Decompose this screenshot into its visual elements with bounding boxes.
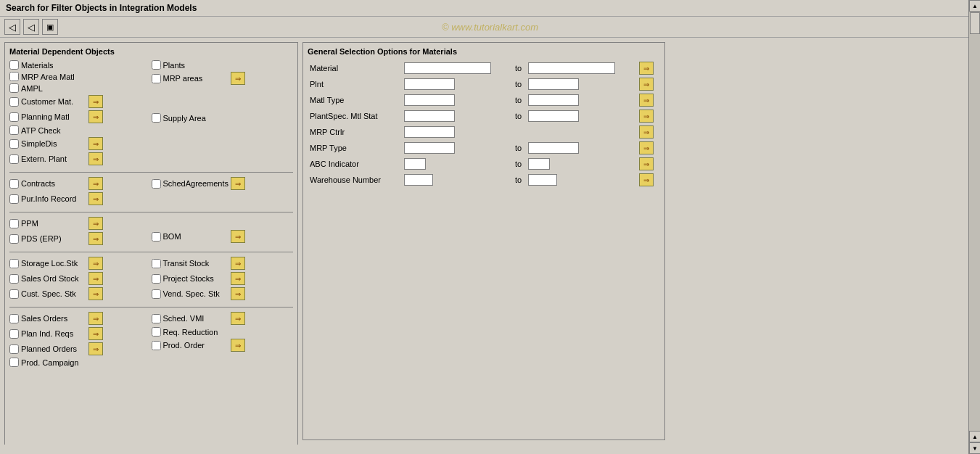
mrp-ctrlr-arrow-btn[interactable]: ⇒ <box>639 125 654 139</box>
customer-mat-checkbox[interactable] <box>9 97 19 107</box>
materials-checkbox[interactable] <box>9 60 19 70</box>
checkbox-storage-loc-stk: Storage Loc.Stk ⇒ <box>9 257 152 270</box>
abc-indicator-to-input[interactable] <box>528 158 550 170</box>
simpledis-arrow[interactable]: ⇒ <box>88 137 103 150</box>
matl-type-arrow-btn[interactable]: ⇒ <box>639 94 654 107</box>
atp-check-checkbox[interactable] <box>9 125 19 135</box>
warehouse-number-arrow-btn[interactable]: ⇒ <box>639 173 654 186</box>
checkbox-sched-vmi: Sched. VMI ⇒ <box>152 312 294 325</box>
abc-indicator-from-cell <box>402 156 513 172</box>
transit-stock-arrow[interactable]: ⇒ <box>231 257 245 270</box>
mrp-type-to-input[interactable] <box>528 142 579 154</box>
scroll-up-button[interactable]: ▲ <box>969 0 980 12</box>
warehouse-number-to-input[interactable] <box>528 174 557 186</box>
pds-erp-arrow[interactable]: ⇒ <box>88 232 103 245</box>
pds-erp-checkbox[interactable] <box>9 234 19 244</box>
scroll-track[interactable] <box>969 12 980 431</box>
project-stocks-checkbox[interactable] <box>152 274 161 284</box>
save-button[interactable]: ▣ <box>42 19 58 35</box>
plantspec-mtl-stat-to-input[interactable] <box>528 110 579 122</box>
req-reduction-checkbox[interactable] <box>152 327 161 337</box>
plantspec-mtl-stat-arrow-cell: ⇒ <box>637 108 660 124</box>
mrp-area-matl-checkbox[interactable] <box>9 72 19 81</box>
sales-orders-arrow[interactable]: ⇒ <box>88 312 103 325</box>
contracts-arrow[interactable]: ⇒ <box>88 177 103 190</box>
extern-plant-checkbox[interactable] <box>9 154 19 164</box>
mrp-areas-checkbox[interactable] <box>152 74 161 83</box>
project-stocks-arrow[interactable]: ⇒ <box>231 272 245 285</box>
planning-matl-arrow[interactable]: ⇒ <box>88 110 103 123</box>
mrp-ctrlr-label: MRP Ctrlr <box>308 124 402 140</box>
warehouse-number-from-input[interactable] <box>404 174 433 186</box>
storage-loc-stk-arrow[interactable]: ⇒ <box>88 257 103 270</box>
plan-ind-reqs-checkbox[interactable] <box>9 329 19 339</box>
mrp-type-arrow-btn[interactable]: ⇒ <box>639 141 654 154</box>
vend-spec-stk-arrow[interactable]: ⇒ <box>231 287 245 300</box>
prod-order-arrow[interactable]: ⇒ <box>231 339 245 352</box>
extern-plant-arrow[interactable]: ⇒ <box>88 152 103 165</box>
material-from-input[interactable] <box>404 62 491 74</box>
mrp-ctrlr-from-input[interactable] <box>404 126 455 138</box>
matl-type-from-input[interactable] <box>404 94 455 106</box>
scroll-thumb[interactable] <box>970 12 980 34</box>
sched-agreements-arrow[interactable]: ⇒ <box>231 177 245 190</box>
material-arrow-btn[interactable]: ⇒ <box>639 62 654 75</box>
material-to-cell <box>526 60 637 76</box>
plants-checkbox[interactable] <box>152 60 161 70</box>
contracts-checkbox[interactable] <box>9 179 19 189</box>
ppm-checkbox[interactable] <box>9 219 19 228</box>
gso-table: Material to ⇒ Plnt <box>308 60 660 188</box>
cust-spec-stk-arrow[interactable]: ⇒ <box>88 287 103 300</box>
planned-orders-arrow[interactable]: ⇒ <box>88 342 103 355</box>
scroll-down-button-top[interactable]: ▲ <box>969 431 980 442</box>
back-button[interactable]: ◁ <box>4 19 20 35</box>
scrollbar[interactable]: ▲ ▲ ▼ <box>968 0 980 454</box>
plan-ind-reqs-arrow[interactable]: ⇒ <box>88 327 103 340</box>
pur-info-record-arrow[interactable]: ⇒ <box>88 192 103 205</box>
planned-orders-checkbox[interactable] <box>9 344 19 354</box>
planning-matl-checkbox[interactable] <box>9 112 19 122</box>
plnt-to-input[interactable] <box>528 78 579 90</box>
bom-checkbox[interactable] <box>152 232 161 242</box>
sched-agreements-checkbox[interactable] <box>152 179 161 189</box>
mrp-type-to-label: to <box>513 140 526 156</box>
vend-spec-stk-checkbox[interactable] <box>152 289 161 299</box>
prod-order-checkbox[interactable] <box>152 341 161 350</box>
sales-orders-checkbox[interactable] <box>9 314 19 323</box>
forward-button[interactable]: ◁ <box>23 19 39 35</box>
sched-vmi-arrow[interactable]: ⇒ <box>231 312 245 325</box>
matl-type-to-input[interactable] <box>528 94 579 106</box>
supply-area-checkbox[interactable] <box>152 113 161 123</box>
cust-spec-stk-checkbox[interactable] <box>9 289 19 299</box>
prod-campaign-checkbox[interactable] <box>9 358 19 367</box>
abc-indicator-arrow-btn[interactable]: ⇒ <box>639 157 654 170</box>
abc-indicator-arrow-cell: ⇒ <box>637 156 660 172</box>
plnt-from-input[interactable] <box>404 78 455 90</box>
abc-indicator-from-input[interactable] <box>404 158 426 170</box>
ampl-checkbox[interactable] <box>9 83 19 93</box>
scroll-down-button[interactable]: ▼ <box>969 442 980 454</box>
plantspec-mtl-stat-arrow-btn[interactable]: ⇒ <box>639 110 654 123</box>
bom-arrow[interactable]: ⇒ <box>231 230 245 243</box>
storage-loc-stk-checkbox[interactable] <box>9 259 19 268</box>
pur-info-record-checkbox[interactable] <box>9 194 19 204</box>
mrp-type-from-input[interactable] <box>404 142 455 154</box>
checkbox-prod-campaign: Prod. Campaign <box>9 358 152 367</box>
plantspec-mtl-stat-from-input[interactable] <box>404 110 455 122</box>
material-to-input[interactable] <box>528 62 615 74</box>
checkbox-plants: Plants <box>152 60 294 70</box>
sched-vmi-checkbox[interactable] <box>152 314 161 323</box>
ppm-arrow[interactable]: ⇒ <box>88 217 103 230</box>
sales-ord-stock-checkbox[interactable] <box>9 274 19 284</box>
checkbox-sales-orders: Sales Orders ⇒ <box>9 312 152 325</box>
mrp-areas-arrow[interactable]: ⇒ <box>231 72 245 85</box>
ampl-label: AMPL <box>21 84 86 93</box>
customer-mat-arrow[interactable]: ⇒ <box>88 95 103 108</box>
table-row-abc-indicator: ABC Indicator to ⇒ <box>308 156 660 172</box>
prod-campaign-label: Prod. Campaign <box>21 358 86 367</box>
plnt-arrow-btn[interactable]: ⇒ <box>639 78 654 91</box>
sep3 <box>9 252 293 252</box>
sales-ord-stock-arrow[interactable]: ⇒ <box>88 272 103 285</box>
simpledis-checkbox[interactable] <box>9 139 19 149</box>
transit-stock-checkbox[interactable] <box>152 259 161 268</box>
